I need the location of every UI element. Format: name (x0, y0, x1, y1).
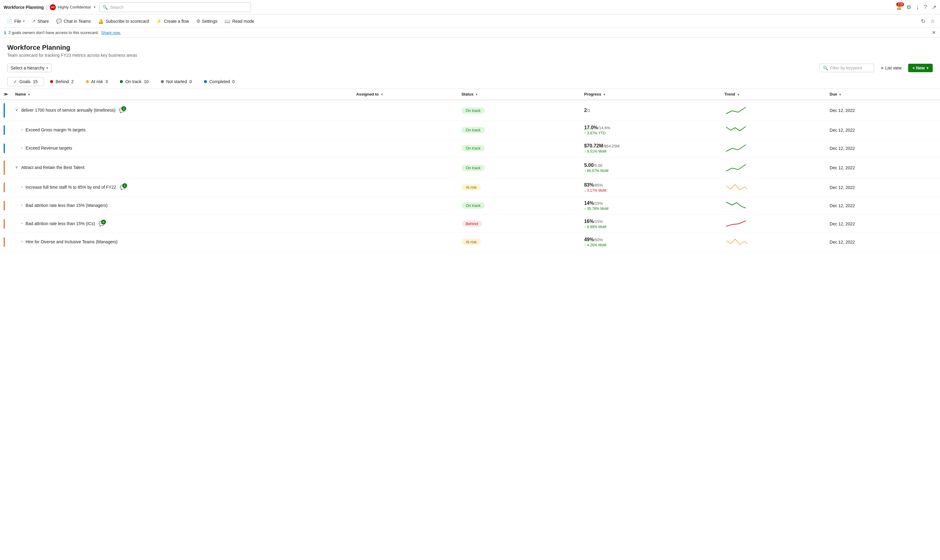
th-status[interactable]: Status ▾ (458, 89, 581, 100)
hierarchy-select[interactable]: Select a hierarchy ▾ (7, 64, 52, 72)
list-view-icon: ≡ (881, 66, 883, 71)
menu-item-settings[interactable]: ⚙ Settings (193, 17, 221, 26)
row-assigned-cell (352, 197, 458, 215)
stat-at-risk[interactable]: At risk 3 (80, 77, 114, 86)
row-name-cell: ∨ Attract and Retain the Best Talent (12, 157, 352, 178)
row-assigned-cell (352, 139, 458, 157)
row-expand-icon[interactable]: › (21, 145, 23, 150)
stat-completed[interactable]: Completed 0 (198, 77, 241, 86)
table-row[interactable]: › Bad attrition rate less than 15% (ICs)… (0, 215, 940, 233)
stat-not-started-count: 0 (189, 79, 192, 84)
chat-icon: 💬 (56, 18, 62, 24)
table-row[interactable]: ∨ deliver 1700 hours of service annually… (0, 100, 940, 121)
table-row[interactable]: › Increase full time staff % to 85% by e… (0, 178, 940, 197)
comment-icon-wrap[interactable]: 💬 2 (98, 221, 105, 227)
filter-search-icon: 🔍 (823, 66, 828, 71)
progress-note: ↑ 3.87% YTD (584, 131, 605, 135)
row-assigned-cell (352, 178, 458, 197)
due-date: Dec 12, 2022 (829, 222, 855, 226)
expand-all-icon[interactable]: ≫ (4, 92, 8, 97)
row-expand-icon[interactable]: › (21, 185, 23, 189)
progress-note: ↓ 3.17% MoM (584, 188, 606, 192)
not-started-dot-icon (161, 80, 164, 83)
comment-icon-wrap[interactable]: 💬 1 (120, 185, 126, 190)
row-expand-icon[interactable]: › (21, 127, 23, 132)
confidential-chevron-icon[interactable]: ▾ (94, 5, 95, 9)
row-collapse-icon[interactable]: ∨ (15, 108, 18, 112)
settings-icon[interactable]: ⚙ (906, 4, 911, 11)
th-name[interactable]: Name ▾ (12, 89, 352, 100)
due-sort-icon: ▾ (839, 93, 841, 96)
goal-name-text: deliver 1700 hours of service annually (… (21, 108, 115, 114)
star-icon[interactable]: ☆ (929, 17, 936, 26)
row-due-cell: Dec 12, 2022 (826, 197, 940, 215)
share-icon[interactable]: ↗ (932, 4, 936, 11)
row-collapse-icon[interactable]: ∨ (15, 165, 18, 169)
progress-note: ↑ 9.51% MoM (584, 149, 606, 154)
list-view-button[interactable]: ≡ List view (878, 64, 905, 72)
progress-note: ↑ 4.26% MoM (584, 243, 606, 247)
name-sort-icon: ▾ (28, 93, 30, 96)
progress-main: 83% (584, 182, 594, 188)
row-expand-cell (0, 233, 12, 251)
alert-close-button[interactable]: ✕ (932, 30, 936, 35)
search-icon: 🔍 (103, 5, 108, 10)
share-menu-icon: ↗ (32, 18, 36, 24)
top-bar: Workforce Planning | HC Highly Confident… (0, 0, 940, 15)
menu-item-file[interactable]: 📄 File ▾ (4, 17, 28, 26)
progress-note: ↑ 35.78% MoM (584, 206, 608, 211)
stat-goals[interactable]: ✓ Goals 15 (7, 77, 44, 86)
th-assigned[interactable]: Assigned to ▾ (352, 89, 458, 100)
progress-target: /14.6% (598, 126, 610, 130)
menu-item-create-flow[interactable]: ⚡ Create a flow (153, 17, 192, 26)
new-button[interactable]: + New ▾ (908, 64, 933, 72)
row-name-cell: › Bad attrition rate less than 15% (ICs)… (12, 215, 352, 233)
row-expand-cell (0, 100, 12, 121)
search-box[interactable]: 🔍 Search (99, 2, 251, 12)
progress-main: 17.0% (584, 125, 598, 130)
alert-message: 2 goals owners don't have access to this… (9, 30, 98, 35)
download-icon[interactable]: ↓ (916, 4, 919, 11)
row-expand-icon[interactable]: › (21, 221, 23, 225)
menu-item-share[interactable]: ↗ Share (29, 17, 52, 26)
due-date: Dec 12, 2022 (829, 185, 855, 190)
row-status-cell: On track (458, 139, 581, 157)
page-subtitle: Team scorecard for tracking FY23 metrics… (7, 53, 933, 58)
row-expand-icon[interactable]: › (21, 203, 23, 207)
row-expand-icon[interactable]: › (21, 239, 23, 244)
th-trend[interactable]: Trend ▾ (721, 89, 826, 100)
notification-button[interactable]: 🔔 119 (896, 5, 902, 10)
page-title: Workforce Planning (7, 44, 933, 52)
filter-input[interactable]: 🔍 Filter by keyword (820, 64, 874, 72)
menu-item-read-mode[interactable]: 📖 Read mode (222, 17, 257, 26)
comment-icon-wrap[interactable]: 💬 2 (119, 108, 125, 113)
row-assigned-cell (352, 100, 458, 121)
row-progress-cell: 5.00/5.00↑ 66.67% MoM (580, 157, 721, 178)
row-due-cell: Dec 12, 2022 (826, 233, 940, 251)
row-due-cell: Dec 12, 2022 (826, 100, 940, 121)
table-row[interactable]: › Exceed Gross margin % targets On track… (0, 121, 940, 139)
table-row[interactable]: ∨ Attract and Retain the Best Talent On … (0, 157, 940, 178)
menu-item-subscribe[interactable]: 🔔 Subscribe to scorecard (95, 17, 152, 26)
stat-behind[interactable]: Behind 2 (44, 77, 80, 86)
row-expand-cell (0, 139, 12, 157)
th-due[interactable]: Due ▾ (826, 89, 940, 100)
separator: | (46, 5, 47, 10)
refresh-icon[interactable]: ↻ (920, 17, 927, 26)
alert-share-link[interactable]: Share now. (101, 30, 121, 35)
table-row[interactable]: › Hire for Diverse and Inclusive Teams (… (0, 233, 940, 251)
row-progress-cell: 14%/15%↑ 35.78% MoM (580, 197, 721, 215)
table-row[interactable]: › Bad attrition rate less than 15% (Mana… (0, 197, 940, 215)
goal-name-text: Increase full time staff % to 85% by end… (26, 185, 116, 191)
progress-target: /2 (587, 108, 590, 113)
th-progress[interactable]: Progress ▾ (580, 89, 721, 100)
help-icon[interactable]: ? (924, 4, 927, 10)
stat-on-track[interactable]: On track 10 (114, 77, 154, 86)
stat-not-started[interactable]: Not started 0 (155, 77, 198, 86)
table-row[interactable]: › Exceed Revenue targets On track$70.72M… (0, 139, 940, 157)
trend-sort-icon: ▾ (738, 93, 739, 96)
row-trend-cell (721, 139, 826, 157)
menu-item-chat[interactable]: 💬 Chat in Teams (53, 17, 94, 26)
stat-on-track-label: On track (125, 79, 142, 84)
due-date: Dec 12, 2022 (829, 108, 855, 113)
